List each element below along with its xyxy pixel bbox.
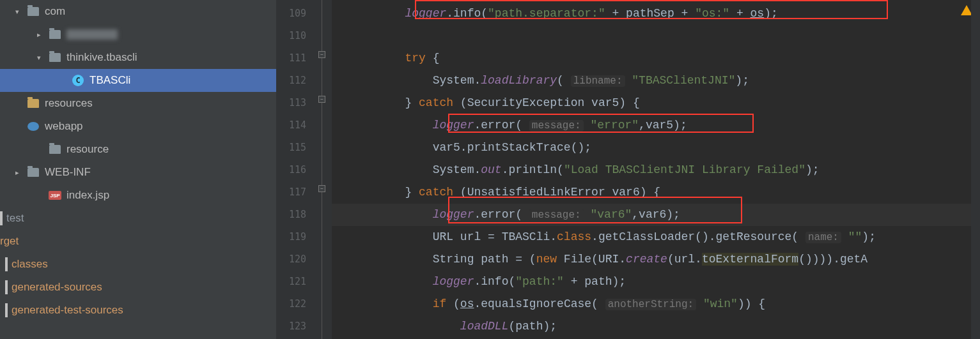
line-number: 117 — [276, 181, 318, 204]
line-number: 112 — [276, 70, 318, 92]
jsp-file-icon: JSP — [49, 189, 61, 202]
web-folder-icon — [27, 120, 40, 133]
tree-label: TBASCli — [89, 74, 130, 87]
code-editor[interactable]: 109 110 111 112 113 114 115 116 117 118 … — [276, 0, 980, 339]
fold-handle-icon[interactable]: − — [318, 51, 325, 58]
line-number: 121 — [276, 271, 318, 293]
tree-label: com — [45, 5, 65, 18]
tree-label: generated-test-sources — [12, 304, 123, 317]
folder-icon — [27, 5, 40, 18]
fold-handle-icon[interactable]: − — [318, 96, 325, 103]
tree-row-tbascli[interactable]: C TBASCli — [0, 69, 276, 92]
tree-label: index.jsp — [66, 189, 109, 202]
code-line[interactable]: logger.error( message: "error",var5); — [332, 114, 980, 137]
code-line[interactable]: System.out.println("Load TBASClientJNI L… — [332, 159, 980, 181]
folder-icon — [49, 28, 61, 41]
tree-row-webapp[interactable]: ▸ webapp — [0, 115, 276, 138]
code-line[interactable]: } catch (SecurityException var5) { — [332, 92, 980, 114]
line-number: 118 — [276, 204, 318, 226]
line-number: 119 — [276, 226, 318, 248]
error-stripe[interactable] — [971, 0, 980, 339]
code-line[interactable]: System.loadLibrary( libname: "TBASClient… — [332, 70, 980, 92]
tree-label-redacted — [66, 29, 118, 40]
class-icon: C — [72, 74, 84, 87]
tree-row-indexjsp[interactable]: ▸ JSP index.jsp — [0, 184, 276, 207]
module-bar-icon — [5, 257, 8, 271]
code-line[interactable]: } catch (UnsatisfiedLinkError var6) { — [332, 181, 980, 204]
tree-row-thinkive[interactable]: ▾ thinkive.tbascli — [0, 46, 276, 69]
folder-icon — [49, 143, 61, 156]
tree-label: generated-sources — [12, 281, 102, 294]
code-line[interactable]: logger.error( message: "var6",var6); — [332, 204, 980, 226]
chevron-right-icon: ▸ — [12, 169, 23, 177]
tree-row-webinf[interactable]: ▸ WEB-INF — [0, 161, 276, 184]
line-number: 122 — [276, 293, 318, 315]
project-tree: ▾ com ▸ ▾ thinkive.tbascli C TBASCli ▸ r… — [0, 0, 276, 339]
tree-row-test[interactable]: test — [0, 207, 276, 230]
code-line[interactable] — [332, 25, 980, 47]
tree-label: WEB-INF — [45, 166, 91, 179]
tree-row-blurred[interactable]: ▸ — [0, 23, 276, 46]
excluded-row-rget[interactable]: rget — [0, 230, 276, 253]
chevron-down-icon: ▾ — [33, 54, 45, 62]
line-number: 115 — [276, 137, 318, 159]
chevron-right-icon: ▸ — [33, 31, 45, 39]
line-number: 123 — [276, 315, 318, 338]
tree-row-com[interactable]: ▾ com — [0, 0, 276, 23]
code-line[interactable]: loadDLL(path); — [332, 315, 980, 338]
code-line[interactable]: logger.info("path:" + path); — [332, 271, 980, 293]
tree-label: classes — [12, 258, 48, 271]
module-bar-icon — [5, 280, 8, 294]
tree-label: resource — [66, 143, 109, 156]
chevron-down-icon: ▾ — [12, 8, 23, 16]
excluded-row-gentestsrc[interactable]: generated-test-sources — [0, 299, 276, 322]
code-line[interactable]: URL url = TBASCli.class.getClassLoader()… — [332, 226, 980, 248]
folder-icon — [27, 166, 40, 179]
excluded-row-gensrc[interactable]: generated-sources — [0, 276, 276, 299]
line-number: 111 — [276, 47, 318, 70]
code-line[interactable]: if (os.equalsIgnoreCase( anotherString: … — [332, 293, 980, 315]
line-number: 109 — [276, 3, 318, 25]
excluded-row-classes[interactable]: classes — [0, 253, 276, 276]
fold-gutter: − − − — [318, 0, 332, 339]
line-number: 110 — [276, 25, 318, 47]
line-number-gutter: 109 110 111 112 113 114 115 116 117 118 … — [276, 0, 318, 339]
code-line[interactable]: String path = (new File(URI.create(url.t… — [332, 248, 980, 271]
tree-label: resources — [45, 97, 93, 110]
module-bar-icon — [0, 211, 3, 225]
tree-label: thinkive.tbascli — [66, 51, 137, 64]
line-number: 114 — [276, 114, 318, 137]
folder-icon — [49, 51, 61, 64]
tree-label: test — [6, 212, 24, 225]
tree-row-resources[interactable]: ▸ resources — [0, 92, 276, 115]
fold-handle-icon[interactable]: − — [318, 185, 325, 192]
tree-label: rget — [0, 235, 19, 248]
code-line[interactable]: try { — [332, 47, 980, 70]
code-line[interactable]: logger.info("path.separator:" + pathSep … — [332, 3, 980, 25]
module-bar-icon — [5, 303, 8, 317]
code-line[interactable]: var5.printStackTrace(); — [332, 137, 980, 159]
tree-label: webapp — [45, 120, 83, 133]
resources-folder-icon — [27, 97, 40, 110]
line-number: 113 — [276, 92, 318, 114]
tree-row-resource[interactable]: ▸ resource — [0, 138, 276, 161]
code-area[interactable]: logger.info("path.separator:" + pathSep … — [332, 0, 980, 339]
line-number: 116 — [276, 159, 318, 181]
line-number: 120 — [276, 248, 318, 271]
